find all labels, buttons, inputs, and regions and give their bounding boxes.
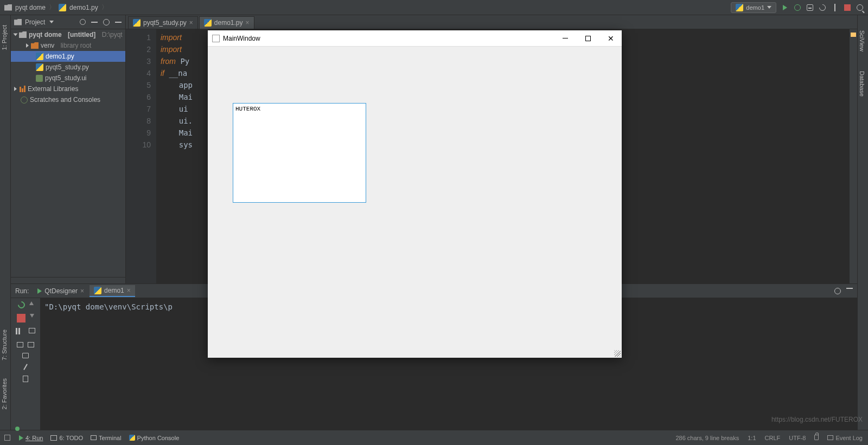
tree-item-external-libs[interactable]: External Libraries [11,83,125,94]
expand-arrow-icon[interactable] [14,87,17,91]
settings-button[interactable] [103,18,110,26]
run-tab-qtdesigner[interactable]: QtDesigner × [33,285,88,297]
resize-grip-icon[interactable] [614,350,621,357]
layout-icon[interactable] [28,342,34,347]
chevron-down-icon[interactable] [49,21,54,23]
status-run[interactable]: 4: Run [19,435,43,441]
run-tab-demo1[interactable]: demo1 × [90,285,135,297]
tab-structure[interactable]: 7: Structure [0,325,9,365]
breadcrumb-separator-end: 〉 [101,3,108,12]
pyqt-main-window[interactable]: MainWindow ✕ HUTEROX [208,30,622,358]
bug-icon [794,4,801,11]
titlebar[interactable]: MainWindow ✕ [208,30,622,47]
pause-icon[interactable] [16,328,24,337]
line-number: 9 [146,128,151,137]
breadcrumb-project[interactable]: pyqt dome [15,4,46,11]
tree-item-file[interactable]: pyqt5_study.ui [11,73,125,83]
print-icon[interactable] [22,353,29,358]
python-file-icon [133,19,141,27]
status-encoding[interactable]: UTF-8 [789,435,806,441]
tree-root[interactable]: pyqt dome [untitled] D:\pyqt [11,29,125,40]
scrollbar[interactable] [11,277,125,283]
ui-file-icon [36,75,43,82]
folder-icon [4,4,12,11]
close-icon[interactable]: × [127,287,131,294]
background-task-indicator[interactable] [15,427,20,431]
search-everywhere-button[interactable] [856,3,864,11]
gear-icon[interactable] [834,288,841,294]
status-python-console[interactable]: Python Console [129,435,180,441]
breadcrumb-separator: 〉 [49,3,55,12]
line-number: 8 [146,117,151,125]
trash-icon[interactable] [23,376,28,382]
minimize-button[interactable] [114,18,122,26]
run-tabs: QtDesigner × demo1 × [33,285,135,297]
warning-marker-icon[interactable] [851,33,856,37]
editor-tab[interactable]: pyqt5_study.py × [128,16,198,29]
tree-item-file[interactable]: pyqt5_study.py [11,62,125,73]
lock-icon[interactable] [814,435,819,440]
project-tree[interactable]: pyqt dome [untitled] D:\pyqt venv librar… [11,29,125,277]
close-icon[interactable]: × [246,19,250,27]
terminal-icon [91,435,97,440]
breadcrumb-file[interactable]: demo1.py [69,4,98,11]
attach-button[interactable] [831,3,839,11]
tab-database[interactable]: Database [858,67,866,101]
stop-button[interactable] [843,3,851,11]
coverage-button[interactable] [806,3,814,11]
status-eol[interactable]: CRLF [765,435,781,441]
tree-item-venv[interactable]: venv library root [11,40,125,51]
rerun-icon[interactable] [16,300,26,309]
target-icon [80,19,86,25]
profile-button[interactable] [818,3,826,11]
tree-item-file[interactable]: demo1.py [11,51,125,62]
tab-sciview[interactable]: SciView [858,26,866,56]
tree-item-scratches[interactable]: Scratches and Consoles [11,94,125,105]
line-gutter[interactable]: 1 2 3 4 5 6 7 8 9 10 [126,29,156,283]
tool-windows-icon[interactable] [4,435,10,441]
watermark: https://blog.csdn.net/FUTEROX [771,416,863,423]
expand-arrow-icon[interactable] [14,34,18,36]
tree-file-label: pyqt5_study.py [46,63,89,71]
soft-wrap-icon[interactable] [29,328,35,333]
project-panel: Project pyqt dome [untitled] D:\pyqt [11,15,126,283]
scroll-icon[interactable] [17,342,23,347]
tab-favorites[interactable]: 2: Favorites [0,374,9,414]
status-run-label: 4: Run [25,435,43,441]
expand-arrow-icon[interactable] [26,43,29,48]
stop-icon[interactable] [17,314,25,323]
status-bar: 4: Run 6: TODO Terminal Python Console 2… [0,430,868,445]
run-configuration-selector[interactable]: demo1 [731,2,776,13]
project-panel-header: Project [11,15,125,29]
close-icon[interactable]: × [80,287,84,295]
folder-icon [31,42,39,49]
python-file-icon [204,19,212,27]
status-terminal[interactable]: Terminal [91,435,122,441]
status-event-log[interactable]: Event Log [827,435,863,441]
close-button[interactable]: ✕ [604,32,617,45]
maximize-button[interactable] [582,32,595,45]
down-arrow-icon[interactable] [30,314,34,318]
text-edit[interactable]: HUTEROX [233,103,366,203]
debug-button[interactable] [793,3,801,11]
minimize-icon[interactable] [846,288,853,289]
locate-button[interactable] [79,18,86,26]
status-todo[interactable]: 6: TODO [50,435,83,441]
right-tool-rail: SciView Database [857,15,868,430]
up-arrow-icon[interactable] [29,301,34,305]
python-file-icon [36,63,43,71]
run-button[interactable] [781,3,789,11]
expand-icon [91,22,98,23]
marker-strip[interactable] [850,29,857,283]
close-icon[interactable]: × [189,19,193,27]
close-icon: ✕ [608,34,614,43]
attach-icon [834,4,835,11]
expand-button[interactable] [91,18,98,26]
tab-project[interactable]: 1: Project [0,21,9,54]
tree-root-name: pyqt dome [29,31,62,38]
python-icon [129,435,135,441]
pin-icon[interactable] [23,364,28,370]
line-number: 7 [146,105,151,113]
editor-tab[interactable]: demo1.py × [199,16,254,29]
minimize-button[interactable] [559,32,572,45]
